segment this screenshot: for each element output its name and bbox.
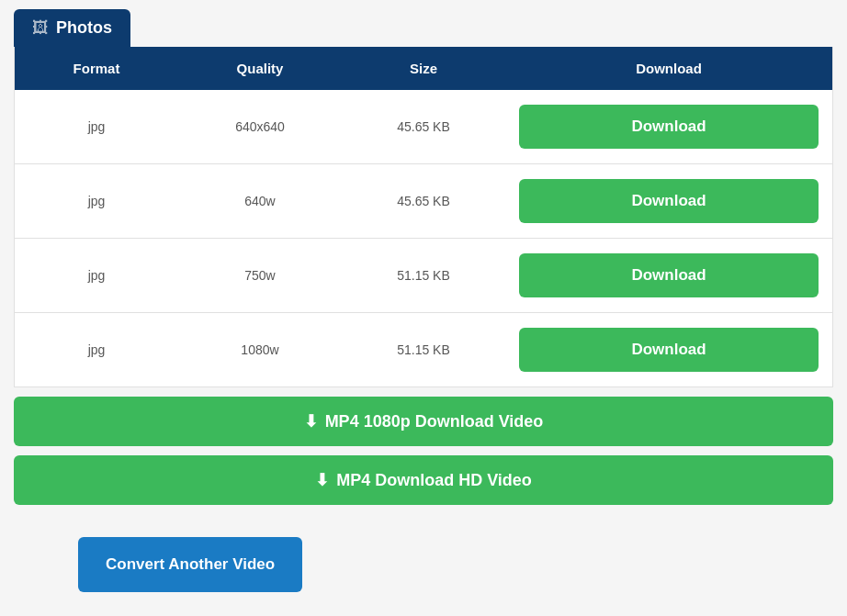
table-row: jpg 640x640 45.65 KB Download (15, 90, 832, 164)
cell-download: Download (505, 97, 832, 156)
convert-another-video-button[interactable]: Convert Another Video (78, 537, 302, 592)
tab-label: Photos (56, 18, 112, 38)
download-icon-hd: ⬇ (315, 470, 329, 490)
cell-format: jpg (15, 186, 178, 216)
col-header-quality: Quality (178, 56, 342, 81)
photos-icon: 🖼 (32, 18, 49, 38)
cell-download: Download (505, 246, 832, 305)
cell-size: 45.65 KB (342, 186, 505, 216)
photos-tab[interactable]: 🖼 Photos (14, 9, 130, 47)
table-rows: jpg 640x640 45.65 KB Download jpg 640w 4… (15, 90, 832, 386)
table-header: Format Quality Size Download (15, 47, 832, 90)
table-row: jpg 1080w 51.15 KB Download (15, 313, 832, 386)
table-row: jpg 640w 45.65 KB Download (15, 164, 832, 239)
cell-format: jpg (15, 261, 178, 290)
cell-download: Download (505, 320, 832, 379)
download-button-1[interactable]: Download (519, 179, 819, 223)
cell-size: 51.15 KB (342, 335, 505, 364)
page-wrapper: 🖼 Photos Format Quality Size Download jp… (0, 0, 847, 616)
cell-quality: 1080w (178, 335, 342, 364)
download-button-2[interactable]: Download (519, 253, 819, 297)
download-table: Format Quality Size Download jpg 640x640… (14, 47, 833, 387)
cell-quality: 640w (178, 186, 342, 216)
mp4-1080p-label: MP4 1080p Download Video (325, 412, 544, 431)
mp4-1080p-download-button[interactable]: ⬇ MP4 1080p Download Video (14, 397, 833, 446)
table-row: jpg 750w 51.15 KB Download (15, 239, 832, 313)
download-button-0[interactable]: Download (519, 105, 819, 149)
download-icon-1080p: ⬇ (304, 411, 318, 431)
cell-size: 45.65 KB (342, 112, 505, 141)
cell-format: jpg (15, 112, 178, 141)
cell-format: jpg (15, 335, 178, 364)
col-header-size: Size (342, 56, 505, 81)
col-header-download: Download (505, 56, 832, 81)
download-button-3[interactable]: Download (519, 328, 819, 372)
cell-download: Download (505, 172, 832, 230)
cell-quality: 750w (178, 261, 342, 290)
cell-quality: 640x640 (178, 112, 342, 141)
mp4-hd-label: MP4 Download HD Video (336, 471, 532, 490)
mp4-hd-download-button[interactable]: ⬇ MP4 Download HD Video (14, 455, 833, 505)
cell-size: 51.15 KB (342, 261, 505, 290)
col-header-format: Format (15, 56, 178, 81)
